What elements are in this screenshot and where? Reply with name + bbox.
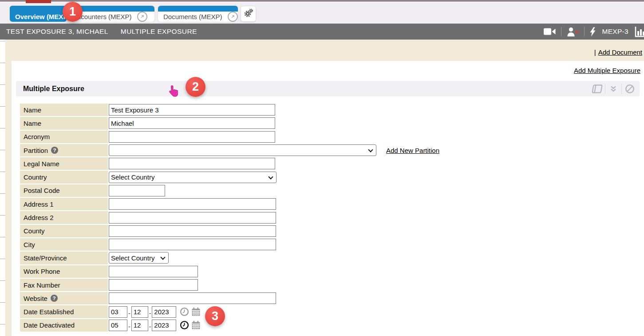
form-row: Acronym bbox=[20, 131, 439, 143]
disable-ban-icon[interactable] bbox=[621, 84, 638, 94]
field-area: -- bbox=[109, 319, 201, 332]
field-label-address-1: Address 1 bbox=[20, 198, 108, 210]
input-website[interactable] bbox=[109, 292, 276, 304]
input-county[interactable] bbox=[109, 225, 276, 237]
field-area bbox=[109, 211, 276, 224]
select-partition[interactable] bbox=[109, 144, 376, 156]
field-label-address-2: Address 2 bbox=[20, 211, 108, 224]
add-new-partition-link[interactable]: Add New Partition bbox=[386, 147, 439, 154]
field-area: Select Country bbox=[109, 171, 277, 183]
tab-overview-label: Overview (MEXP) bbox=[13, 13, 67, 20]
field-label-work-phone: Work Phone bbox=[20, 265, 108, 278]
form-row: County bbox=[20, 225, 439, 237]
section-title: Multiple Exposure bbox=[23, 85, 84, 93]
calendar-icon[interactable] bbox=[191, 320, 201, 330]
tab-documents[interactable]: Documents (MEXP) bbox=[158, 6, 238, 22]
field-label-legal-name: Legal Name bbox=[20, 157, 108, 170]
link-separator: | bbox=[594, 48, 596, 56]
input-postal-code[interactable] bbox=[109, 185, 165, 196]
annotation-badge-3: 3 bbox=[205, 306, 225, 326]
input-date-established-part3[interactable] bbox=[152, 306, 176, 318]
field-area bbox=[109, 117, 275, 129]
collapse-chevrons-icon[interactable] bbox=[605, 84, 621, 94]
field-area bbox=[109, 238, 276, 251]
browser-edge-artifact bbox=[0, 0, 644, 4]
form-row: Address 2 bbox=[20, 211, 439, 224]
field-area bbox=[109, 292, 276, 304]
person-add-icon[interactable] bbox=[567, 27, 579, 36]
input-fax-number[interactable] bbox=[109, 279, 198, 291]
field-area: Select Country bbox=[109, 252, 169, 264]
form-row: Partition?Add New Partition bbox=[20, 144, 439, 156]
tab-settings-button[interactable] bbox=[241, 6, 256, 22]
clock-icon[interactable] bbox=[180, 307, 189, 316]
record-code: MEXP-3 bbox=[602, 28, 628, 36]
add-multiple-exposure-link[interactable]: Add Multiple Exposure bbox=[574, 67, 640, 74]
field-label-date-deactivated: Date Deactivated bbox=[20, 319, 108, 332]
video-camera-icon[interactable] bbox=[544, 28, 556, 36]
beige-band bbox=[5, 40, 644, 61]
record-name: TEST EXPOSURE 3, MICHAEL bbox=[6, 28, 108, 36]
tab-overview[interactable]: Overview (MEXP) bbox=[10, 6, 67, 22]
input-acronym[interactable] bbox=[109, 131, 275, 143]
add-document-link[interactable]: Add Document bbox=[598, 48, 642, 56]
record-type: MULTIPLE EXPOSURE bbox=[121, 28, 197, 36]
input-name[interactable] bbox=[109, 117, 275, 129]
section-header: Multiple Exposure bbox=[16, 81, 640, 96]
tab-bar: Overview (MEXP) Encounters (MEXP) Docume… bbox=[0, 4, 644, 24]
form-row: Postal Code bbox=[20, 184, 439, 197]
date-separator: - bbox=[149, 323, 151, 330]
input-date-established-part2[interactable] bbox=[131, 306, 148, 318]
open-in-popup-icon[interactable] bbox=[228, 12, 238, 22]
clock-icon[interactable] bbox=[180, 320, 189, 330]
input-date-deactivated-part2[interactable] bbox=[131, 320, 148, 331]
input-date-deactivated-part1[interactable] bbox=[109, 320, 127, 331]
input-address-1[interactable] bbox=[109, 198, 276, 210]
field-area bbox=[109, 157, 275, 170]
field-area: Add New Partition bbox=[109, 144, 439, 156]
form-row: Date Deactivated-- bbox=[20, 319, 439, 332]
input-city[interactable] bbox=[109, 239, 276, 250]
select-country[interactable]: Select Country bbox=[109, 172, 277, 183]
open-in-popup-icon[interactable] bbox=[137, 12, 147, 22]
field-area bbox=[109, 265, 198, 278]
help-icon[interactable]: ? bbox=[51, 147, 58, 154]
form-row: City bbox=[20, 238, 439, 251]
field-label-country: Country bbox=[20, 171, 108, 183]
divider bbox=[584, 27, 585, 36]
lightning-bolt-icon[interactable] bbox=[590, 27, 596, 36]
input-date-deactivated-part3[interactable] bbox=[152, 320, 176, 331]
date-separator: - bbox=[149, 310, 151, 317]
field-label-fax-number: Fax Number bbox=[20, 279, 108, 291]
field-area: -- bbox=[109, 305, 201, 318]
input-address-2[interactable] bbox=[109, 212, 276, 224]
add-document-area: |Add Document bbox=[594, 48, 642, 56]
field-label-partition: Partition? bbox=[20, 144, 108, 156]
input-name[interactable] bbox=[109, 104, 275, 116]
bar-chart-icon[interactable] bbox=[635, 26, 644, 37]
field-area bbox=[109, 279, 198, 291]
select-state-province[interactable]: Select Country bbox=[109, 252, 169, 264]
field-area bbox=[109, 198, 276, 210]
field-label-name: Name bbox=[20, 104, 108, 116]
form-rows: NameNameAcronymPartition?Add New Partiti… bbox=[20, 104, 439, 332]
form-row: Legal Name bbox=[20, 157, 439, 170]
divider bbox=[561, 27, 561, 36]
field-area bbox=[109, 131, 275, 143]
input-work-phone[interactable] bbox=[109, 266, 198, 277]
field-label-postal-code: Postal Code bbox=[20, 184, 108, 197]
form-row: State/ProvinceSelect Country bbox=[20, 252, 439, 264]
field-area bbox=[109, 225, 276, 237]
field-label-county: County bbox=[20, 225, 108, 237]
calendar-icon[interactable] bbox=[191, 307, 201, 316]
journal-book-icon[interactable] bbox=[589, 84, 605, 94]
field-area bbox=[109, 104, 275, 116]
multiple-exposure-form: NameNameAcronymPartition?Add New Partiti… bbox=[20, 104, 439, 332]
input-legal-name[interactable] bbox=[109, 158, 275, 169]
help-icon[interactable]: ? bbox=[51, 295, 58, 302]
field-label-date-established: Date Established bbox=[20, 305, 108, 318]
hand-cursor-icon bbox=[168, 85, 178, 99]
input-date-established-part1[interactable] bbox=[109, 306, 127, 318]
form-row: Work Phone bbox=[20, 265, 439, 278]
field-label-city: City bbox=[20, 238, 108, 251]
